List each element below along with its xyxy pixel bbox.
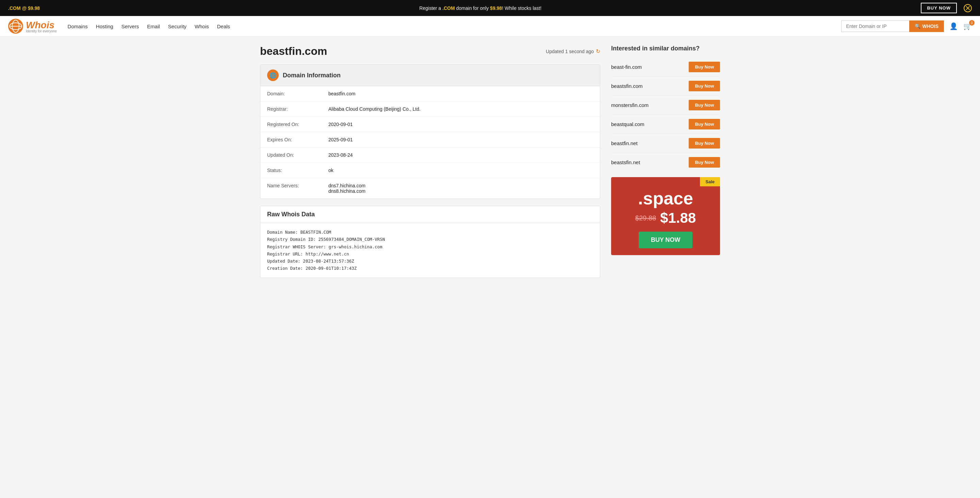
expires-on-value: 2025-09-01 [321,132,600,147]
registrar-value: Alibaba Cloud Computing (Beijing) Co., L… [321,102,600,117]
sale-price-row: $29.88 $1.88 [618,210,713,226]
suggestion-name: beastfin.net [611,140,638,146]
nav-link-whois[interactable]: Whois [195,21,209,32]
top-banner: .COM @ $9.98 Register a .COM domain for … [0,0,980,16]
nav-link-servers[interactable]: Servers [121,21,139,32]
banner-close-button[interactable]: ✕ [964,4,972,12]
list-item: beastfin.net Buy Now [611,134,720,153]
banner-buy-now-button[interactable]: BUY NOW [921,3,957,13]
search-input[interactable] [841,21,909,32]
sale-badge: Sale [700,177,720,186]
status-label: Status: [260,163,321,178]
domain-label: Domain: [260,86,321,102]
table-row: Registrar: Alibaba Cloud Computing (Beij… [260,102,600,117]
status-value: ok [321,163,600,178]
nav-link-security[interactable]: Security [168,21,186,32]
domain-info-table: Domain: beastfin.com Registrar: Alibaba … [260,86,600,199]
similar-domains-title: Interested in similar domains? [611,45,720,52]
list-item: beastsfin.com Buy Now [611,77,720,96]
banner-left-text: .COM @ $9.98 [8,5,40,11]
raw-whois-content: Domain Name: BEASTFIN.COM Registry Domai… [260,223,600,278]
refresh-icon[interactable]: ↻ [596,48,600,54]
banner-center-text: Register a .COM domain for only $9.98! W… [40,5,921,11]
list-item: beastqual.com Buy Now [611,115,720,134]
nav-link-deals[interactable]: Deals [217,21,230,32]
suggestion-name: beastqual.com [611,121,644,127]
globe-icon: 🌐 [269,72,276,79]
sale-tld: .space [618,188,713,209]
cart-button[interactable]: 🛒 0 [963,22,972,30]
domain-value: beastfin.com [321,86,600,102]
table-row: Domain: beastfin.com [260,86,600,102]
sale-new-price: $1.88 [660,210,696,226]
user-icon: 👤 [950,22,958,30]
table-row: Status: ok [260,163,600,178]
page-title: beastfin.com [260,45,327,57]
domain-info-title: Domain Information [283,72,340,79]
nav-link-email[interactable]: Email [147,21,160,32]
expires-on-label: Expires On: [260,132,321,147]
left-column: beastfin.com Updated 1 second ago ↻ 🌐 Do… [260,45,600,278]
suggestion-name: monstersfin.com [611,102,649,108]
banner-actions: BUY NOW ✕ [921,3,972,13]
search-icon: 🔍 [915,24,920,29]
updated-status: Updated 1 second ago ↻ [546,48,600,54]
suggestion-name: beast-fin.com [611,64,642,70]
buy-now-button-3[interactable]: Buy Now [689,119,720,129]
main-content: beastfin.com Updated 1 second ago ↻ 🌐 Do… [252,37,728,286]
registered-on-value: 2020-09-01 [321,117,600,132]
nav-icons: 👤 🛒 0 [950,22,972,30]
logo[interactable]: Whois Identity for everyone [8,19,57,34]
raw-whois-header: Raw Whois Data [260,206,600,223]
nav-links: Domains Hosting Servers Email Security W… [68,21,836,32]
logo-text-container: Whois Identity for everyone [26,20,57,33]
buy-now-button-5[interactable]: Buy Now [689,157,720,168]
suggestion-name: beastsfin.net [611,160,640,165]
sale-buy-now-button[interactable]: BUY NOW [639,231,693,248]
list-item: beast-fin.com Buy Now [611,57,720,77]
domain-info-header: 🌐 Domain Information [260,65,600,86]
domain-info-card: 🌐 Domain Information Domain: beastfin.co… [260,64,600,199]
nav-link-hosting[interactable]: Hosting [96,21,113,32]
navbar: Whois Identity for everyone Domains Host… [0,16,980,37]
buy-now-button-2[interactable]: Buy Now [689,100,720,110]
table-row: Name Servers: dns7.hichina.com dns8.hich… [260,178,600,199]
updated-on-value: 2023-08-24 [321,147,600,163]
page-title-row: beastfin.com Updated 1 second ago ↻ [260,45,600,57]
sale-original-price: $29.88 [635,214,656,222]
cart-badge: 0 [969,20,975,26]
whois-search-button[interactable]: 🔍 WHOIS [909,21,944,32]
domain-info-icon: 🌐 [267,70,279,81]
name-servers-value: dns7.hichina.com dns8.hichina.com [321,178,600,199]
table-row: Registered On: 2020-09-01 [260,117,600,132]
buy-now-button-1[interactable]: Buy Now [689,81,720,91]
raw-whois-card: Raw Whois Data Domain Name: BEASTFIN.COM… [260,206,600,278]
buy-now-button-0[interactable]: Buy Now [689,62,720,72]
registrar-label: Registrar: [260,102,321,117]
registered-on-label: Registered On: [260,117,321,132]
account-button[interactable]: 👤 [950,22,958,30]
list-item: monstersfin.com Buy Now [611,96,720,115]
suggestion-name: beastsfin.com [611,83,643,89]
name-servers-label: Name Servers: [260,178,321,199]
buy-now-button-4[interactable]: Buy Now [689,138,720,148]
updated-on-label: Updated On: [260,147,321,163]
table-row: Updated On: 2023-08-24 [260,147,600,163]
table-row: Expires On: 2025-09-01 [260,132,600,147]
sale-card: Sale .space $29.88 $1.88 BUY NOW [611,177,720,255]
list-item: beastsfin.net Buy Now [611,153,720,172]
search-area: 🔍 WHOIS [841,21,944,32]
logo-icon [8,19,23,34]
similar-domains-list: beast-fin.com Buy Now beastsfin.com Buy … [611,57,720,172]
nav-link-domains[interactable]: Domains [68,21,88,32]
right-column: Interested in similar domains? beast-fin… [611,45,720,278]
